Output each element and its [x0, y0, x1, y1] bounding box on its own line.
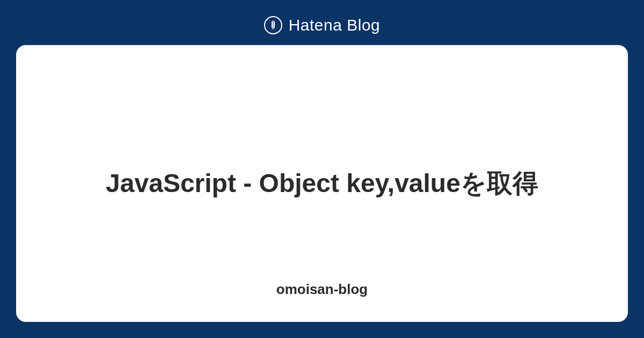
header: Hatena Blog [264, 16, 380, 34]
blog-name: omoisan-blog [276, 281, 368, 298]
hatena-logo-icon [264, 16, 282, 34]
content-card: JavaScript - Object key,valueを取得 omoisan… [16, 45, 628, 322]
brand-name: Hatena Blog [289, 16, 380, 34]
article-title: JavaScript - Object key,valueを取得 [106, 165, 538, 201]
